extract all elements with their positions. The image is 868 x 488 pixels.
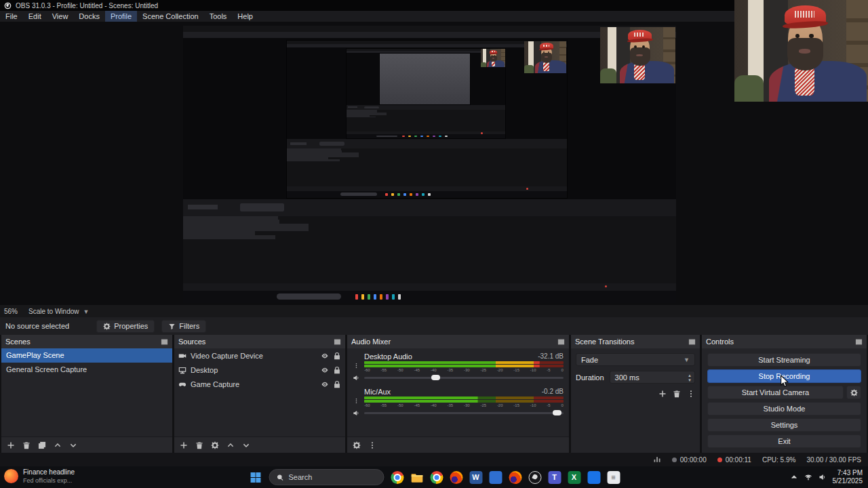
dock-options-icon[interactable] [161, 338, 168, 346]
person-eye [494, 55, 495, 56]
visibility-toggle-icon[interactable] [321, 380, 329, 388]
remove-transition-icon[interactable] [673, 390, 681, 398]
duration-spinner[interactable]: 300 ms ▴▾ [610, 371, 695, 384]
spinner-arrows-icon[interactable]: ▴▾ [685, 373, 694, 382]
source-item-desktop[interactable]: Desktop [174, 363, 345, 377]
scale-mode-dropdown[interactable]: Scale to Window▼ [28, 308, 89, 315]
advanced-audio-icon[interactable] [353, 441, 361, 449]
menu-profile[interactable]: Profile [105, 11, 137, 22]
teams-icon[interactable]: T [547, 468, 563, 486]
dock-area: Scenes GamePlay SceneGeneral Screen Capt… [0, 335, 868, 453]
move-scene-up-icon[interactable] [54, 441, 62, 449]
widget-headline: Finance headline [23, 468, 75, 477]
start-virtual-camera-button[interactable]: Start Virtual Camera [707, 386, 844, 399]
obs-icon[interactable] [527, 468, 543, 486]
scene-item-gameplay-scene[interactable]: GamePlay Scene [1, 348, 172, 363]
add-scene-icon[interactable] [7, 441, 15, 449]
virtual-camera-config-button[interactable] [846, 386, 861, 399]
menu-help[interactable]: Help [232, 11, 258, 22]
chrome-icon[interactable] [389, 468, 406, 486]
news-widget[interactable]: Finance headline Fed officials exp... [4, 468, 75, 484]
move-source-up-icon[interactable] [226, 441, 235, 449]
clock-time: 7:43 PM [833, 469, 863, 478]
mixer-menu-icon[interactable] [368, 441, 376, 449]
menu-tools[interactable]: Tools [204, 11, 233, 22]
window-title: OBS 31.0.3 - Profile: Untitled - Scenes:… [16, 2, 158, 9]
add-source-icon[interactable] [180, 441, 188, 449]
menu-file[interactable]: File [0, 11, 23, 22]
couch [734, 75, 764, 102]
visibility-toggle-icon[interactable] [321, 352, 329, 360]
dock-options-icon[interactable] [855, 338, 863, 346]
stop-recording-button[interactable]: Stop Recording [707, 369, 861, 383]
sources-panel-header[interactable]: Sources [174, 335, 345, 348]
source-item-game-capture[interactable]: Game Capture [174, 377, 345, 391]
volume-slider-handle[interactable] [553, 410, 561, 415]
controls-header[interactable]: Controls [702, 335, 867, 348]
transition-select[interactable]: Fade ▼ [576, 353, 695, 366]
file-explorer-icon [410, 471, 423, 484]
volume-slider[interactable] [364, 409, 564, 417]
move-source-down-icon[interactable] [242, 441, 250, 449]
volume-slider-handle[interactable] [431, 375, 440, 380]
mixer-options-icon[interactable] [353, 362, 359, 369]
dock-options-icon[interactable] [688, 338, 696, 346]
lock-toggle-icon[interactable] [333, 366, 341, 374]
visibility-toggle-icon[interactable] [321, 366, 329, 374]
file-explorer-icon[interactable] [409, 468, 425, 486]
firefox-icon[interactable] [448, 468, 465, 486]
tray-chevron-icon[interactable] [790, 473, 798, 481]
firefox-icon-2[interactable] [507, 468, 524, 486]
mini-taskbar [287, 191, 567, 198]
excel-icon[interactable]: X [566, 468, 583, 486]
grid-app-icon[interactable] [586, 468, 602, 486]
stats-bars-icon[interactable] [653, 455, 661, 464]
lock-toggle-icon[interactable] [333, 380, 341, 388]
scenes-panel-header[interactable]: Scenes [1, 335, 172, 348]
scene-item-general-screen-capture[interactable]: General Screen Capture [1, 363, 172, 377]
tray-volume-icon[interactable] [818, 473, 827, 481]
audio-mixer-header[interactable]: Audio Mixer [347, 335, 569, 348]
exit-button[interactable]: Exit [707, 434, 861, 448]
remove-source-icon[interactable] [195, 441, 203, 449]
dock-options-icon[interactable] [557, 338, 565, 346]
menu-scene-collection[interactable]: Scene Collection [137, 11, 204, 22]
lock-toggle-icon[interactable] [333, 352, 341, 360]
transition-menu-icon[interactable] [687, 390, 695, 398]
properties-button[interactable]: Properties [96, 320, 155, 333]
mixer-channel-name: Desktop Audio [364, 352, 412, 361]
webcam-feed [734, 0, 868, 102]
add-transition-icon[interactable] [658, 390, 667, 398]
source-properties-icon[interactable] [211, 441, 219, 449]
app-blue-icon[interactable] [488, 468, 504, 486]
dock-options-icon[interactable] [334, 338, 341, 346]
person-torso [769, 61, 867, 102]
captured-desktop-source[interactable] [183, 26, 676, 303]
chrome-profile-icon[interactable] [429, 468, 445, 486]
speaker-icon[interactable] [353, 374, 360, 382]
scene-transitions-header[interactable]: Scene Transitions [571, 335, 700, 348]
volume-slider[interactable] [364, 373, 564, 382]
word-icon[interactable]: W [468, 468, 484, 486]
menu-view[interactable]: View [47, 11, 74, 22]
tray-network-icon[interactable] [804, 473, 812, 481]
search-input[interactable]: Search [269, 469, 384, 485]
menu-docks[interactable]: Docks [73, 11, 105, 22]
remove-scene-icon[interactable] [22, 441, 31, 449]
obs-logo-icon [4, 2, 12, 9]
filters-button[interactable]: Filters [161, 320, 206, 333]
duplicate-scene-icon[interactable] [38, 441, 46, 449]
taskbar-clock[interactable]: 7:43 PM 5/21/2025 [833, 469, 863, 486]
start-button[interactable] [247, 468, 264, 486]
studio-mode-button[interactable]: Studio Mode [707, 402, 861, 415]
start-streaming-button[interactable]: Start Streaming [707, 353, 861, 367]
person-eye [642, 45, 645, 48]
notepad-icon[interactable]: ≡ [606, 468, 622, 486]
source-item-video-capture-device[interactable]: Video Capture Device [174, 348, 345, 363]
speaker-icon[interactable] [353, 409, 360, 417]
mixer-options-icon[interactable] [353, 397, 359, 405]
move-scene-down-icon[interactable] [69, 441, 77, 449]
settings-button[interactable]: Settings [707, 418, 861, 432]
menu-edit[interactable]: Edit [23, 11, 47, 22]
zoom-value[interactable]: 56% [4, 308, 18, 315]
